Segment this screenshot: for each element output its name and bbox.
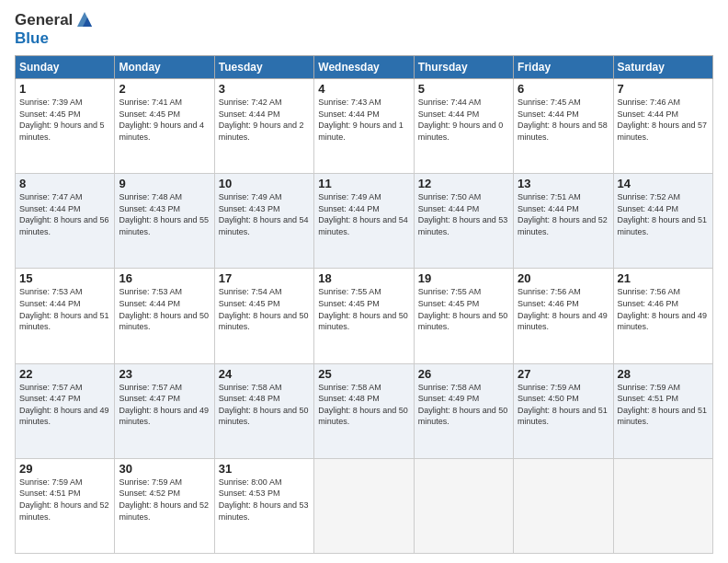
day-info: Sunrise: 7:44 AMSunset: 4:44 PMDaylight:…: [418, 97, 509, 143]
calendar-day-cell: 16Sunrise: 7:53 AMSunset: 4:44 PMDayligh…: [115, 269, 214, 363]
calendar-day-cell: 11Sunrise: 7:49 AMSunset: 4:44 PMDayligh…: [314, 174, 414, 269]
calendar-table: SundayMondayTuesdayWednesdayThursdayFrid…: [15, 55, 713, 554]
day-info: Sunrise: 7:49 AMSunset: 4:43 PMDaylight:…: [219, 191, 310, 237]
page-header: General Blue: [15, 11, 713, 48]
calendar-day-cell: 9Sunrise: 7:48 AMSunset: 4:43 PMDaylight…: [115, 174, 214, 269]
day-number: 4: [318, 82, 409, 96]
calendar-day-cell: 14Sunrise: 7:52 AMSunset: 4:44 PMDayligh…: [613, 174, 712, 269]
calendar-day-cell: 20Sunrise: 7:56 AMSunset: 4:46 PMDayligh…: [514, 269, 613, 363]
day-info: Sunrise: 7:57 AMSunset: 4:47 PMDaylight:…: [19, 382, 110, 428]
day-info: Sunrise: 7:58 AMSunset: 4:48 PMDaylight:…: [219, 382, 310, 428]
day-number: 22: [19, 367, 110, 381]
day-info: Sunrise: 7:47 AMSunset: 4:44 PMDaylight:…: [19, 191, 110, 237]
logo-icon: [75, 10, 94, 29]
weekday-header: Wednesday: [314, 56, 414, 79]
calendar-day-cell: 8Sunrise: 7:47 AMSunset: 4:44 PMDaylight…: [16, 174, 115, 269]
calendar-day-cell: 24Sunrise: 7:58 AMSunset: 4:48 PMDayligh…: [214, 363, 313, 458]
calendar-day-cell: 17Sunrise: 7:54 AMSunset: 4:45 PMDayligh…: [214, 269, 313, 363]
day-info: Sunrise: 7:56 AMSunset: 4:46 PMDaylight:…: [618, 286, 709, 332]
day-number: 13: [518, 177, 609, 190]
calendar-day-cell: 30Sunrise: 7:59 AMSunset: 4:52 PMDayligh…: [115, 458, 214, 553]
day-info: Sunrise: 7:55 AMSunset: 4:45 PMDaylight:…: [418, 286, 509, 332]
day-info: Sunrise: 7:46 AMSunset: 4:44 PMDaylight:…: [618, 97, 709, 143]
weekday-header-row: SundayMondayTuesdayWednesdayThursdayFrid…: [16, 56, 713, 79]
day-number: 24: [219, 367, 310, 381]
day-info: Sunrise: 7:41 AMSunset: 4:45 PMDaylight:…: [119, 97, 210, 143]
day-number: 14: [618, 177, 709, 190]
day-number: 16: [119, 271, 210, 285]
calendar-day-cell: [514, 458, 613, 553]
day-info: Sunrise: 7:45 AMSunset: 4:44 PMDaylight:…: [518, 97, 609, 143]
calendar-week-row: 22Sunrise: 7:57 AMSunset: 4:47 PMDayligh…: [16, 363, 713, 458]
day-number: 19: [418, 271, 509, 285]
day-number: 29: [19, 462, 110, 476]
day-info: Sunrise: 7:59 AMSunset: 4:52 PMDaylight:…: [119, 477, 210, 523]
weekday-header: Friday: [514, 56, 613, 79]
calendar-day-cell: 18Sunrise: 7:55 AMSunset: 4:45 PMDayligh…: [314, 269, 414, 363]
calendar-day-cell: 25Sunrise: 7:58 AMSunset: 4:48 PMDayligh…: [314, 363, 414, 458]
weekday-header: Thursday: [414, 56, 513, 79]
day-info: Sunrise: 7:48 AMSunset: 4:43 PMDaylight:…: [119, 191, 210, 237]
calendar-day-cell: [414, 458, 513, 553]
calendar-day-cell: 5Sunrise: 7:44 AMSunset: 4:44 PMDaylight…: [414, 79, 513, 174]
calendar-day-cell: 29Sunrise: 7:59 AMSunset: 4:51 PMDayligh…: [16, 458, 115, 553]
day-info: Sunrise: 7:50 AMSunset: 4:44 PMDaylight:…: [418, 191, 509, 237]
day-info: Sunrise: 7:58 AMSunset: 4:48 PMDaylight:…: [318, 382, 409, 428]
day-number: 6: [518, 82, 609, 96]
calendar-day-cell: 1Sunrise: 7:39 AMSunset: 4:45 PMDaylight…: [16, 79, 115, 174]
calendar-day-cell: [613, 458, 712, 553]
calendar-day-cell: 6Sunrise: 7:45 AMSunset: 4:44 PMDaylight…: [514, 79, 613, 174]
calendar-day-cell: 31Sunrise: 8:00 AMSunset: 4:53 PMDayligh…: [214, 458, 313, 553]
day-info: Sunrise: 7:52 AMSunset: 4:44 PMDaylight:…: [618, 191, 709, 237]
day-number: 17: [219, 271, 310, 285]
day-number: 23: [119, 367, 210, 381]
day-number: 31: [219, 462, 310, 476]
calendar-day-cell: 12Sunrise: 7:50 AMSunset: 4:44 PMDayligh…: [414, 174, 513, 269]
day-number: 10: [219, 177, 310, 190]
page-container: General Blue SundayMondayTuesdayWednesda…: [0, 0, 728, 563]
calendar-day-cell: 4Sunrise: 7:43 AMSunset: 4:44 PMDaylight…: [314, 79, 414, 174]
calendar-day-cell: 21Sunrise: 7:56 AMSunset: 4:46 PMDayligh…: [613, 269, 712, 363]
day-info: Sunrise: 7:43 AMSunset: 4:44 PMDaylight:…: [318, 97, 409, 143]
day-number: 7: [618, 82, 709, 96]
day-info: Sunrise: 7:42 AMSunset: 4:44 PMDaylight:…: [219, 97, 310, 143]
weekday-header: Saturday: [613, 56, 712, 79]
day-info: Sunrise: 7:53 AMSunset: 4:44 PMDaylight:…: [119, 286, 210, 332]
weekday-header: Sunday: [16, 56, 115, 79]
day-number: 5: [418, 82, 509, 96]
calendar-week-row: 29Sunrise: 7:59 AMSunset: 4:51 PMDayligh…: [16, 458, 713, 553]
calendar-day-cell: 3Sunrise: 7:42 AMSunset: 4:44 PMDaylight…: [214, 79, 313, 174]
calendar-body: 1Sunrise: 7:39 AMSunset: 4:45 PMDaylight…: [16, 79, 713, 554]
day-number: 2: [119, 82, 210, 96]
day-number: 3: [219, 82, 310, 96]
calendar-week-row: 8Sunrise: 7:47 AMSunset: 4:44 PMDaylight…: [16, 174, 713, 269]
calendar-day-cell: 23Sunrise: 7:57 AMSunset: 4:47 PMDayligh…: [115, 363, 214, 458]
calendar-week-row: 1Sunrise: 7:39 AMSunset: 4:45 PMDaylight…: [16, 79, 713, 174]
day-number: 26: [418, 367, 509, 381]
logo-general: General: [15, 11, 73, 29]
calendar-day-cell: 15Sunrise: 7:53 AMSunset: 4:44 PMDayligh…: [16, 269, 115, 363]
day-number: 11: [318, 177, 409, 190]
weekday-header: Monday: [115, 56, 214, 79]
day-number: 18: [318, 271, 409, 285]
calendar-day-cell: 2Sunrise: 7:41 AMSunset: 4:45 PMDaylight…: [115, 79, 214, 174]
weekday-header: Tuesday: [214, 56, 313, 79]
day-number: 1: [19, 82, 110, 96]
day-info: Sunrise: 7:49 AMSunset: 4:44 PMDaylight:…: [318, 191, 409, 237]
day-info: Sunrise: 7:59 AMSunset: 4:51 PMDaylight:…: [618, 382, 709, 428]
calendar-day-cell: 7Sunrise: 7:46 AMSunset: 4:44 PMDaylight…: [613, 79, 712, 174]
day-info: Sunrise: 7:57 AMSunset: 4:47 PMDaylight:…: [119, 382, 210, 428]
day-number: 21: [618, 271, 709, 285]
day-number: 15: [19, 271, 110, 285]
day-info: Sunrise: 7:53 AMSunset: 4:44 PMDaylight:…: [19, 286, 110, 332]
calendar-day-cell: [314, 458, 414, 553]
calendar-day-cell: 27Sunrise: 7:59 AMSunset: 4:50 PMDayligh…: [514, 363, 613, 458]
calendar-day-cell: 28Sunrise: 7:59 AMSunset: 4:51 PMDayligh…: [613, 363, 712, 458]
day-info: Sunrise: 7:55 AMSunset: 4:45 PMDaylight:…: [318, 286, 409, 332]
day-number: 20: [518, 271, 609, 285]
logo: General Blue: [15, 11, 94, 48]
day-info: Sunrise: 7:39 AMSunset: 4:45 PMDaylight:…: [19, 97, 110, 143]
day-number: 12: [418, 177, 509, 190]
calendar-day-cell: 22Sunrise: 7:57 AMSunset: 4:47 PMDayligh…: [16, 363, 115, 458]
day-number: 27: [518, 367, 609, 381]
